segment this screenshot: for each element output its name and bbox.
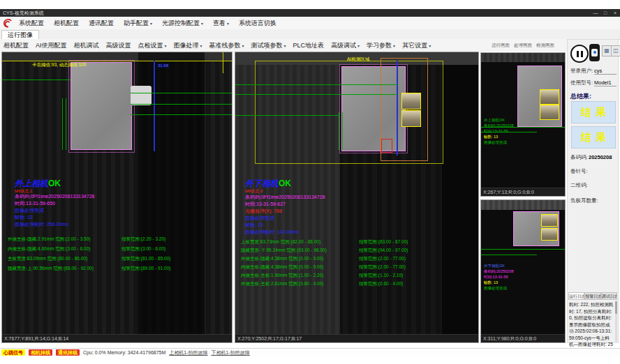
- tab-highlight-box: [540, 89, 559, 105]
- menu-item-camera-config[interactable]: 相机配置: [49, 17, 84, 29]
- green-measure-line: [481, 255, 537, 255]
- tool-advanced-settings[interactable]: 高级设置: [103, 39, 135, 52]
- pause-button[interactable]: [570, 45, 589, 63]
- top-thumbnail-viewport[interactable]: 外上相机OK 条码码:20250208 时间:13-31-59 帧数: 13 图…: [481, 53, 565, 190]
- blue-measure-label: 31.68: [157, 63, 169, 68]
- center-coord-readout: X:270;Y:2502;R:17;G:17;B:17: [235, 334, 478, 342]
- center-elapsed: 图像处理耗时: 143.00ms: [245, 229, 299, 236]
- green-measure-line: [131, 114, 232, 115]
- log-tab-run[interactable]: 运行日志: [568, 292, 584, 300]
- green-measure-line: [66, 98, 66, 150]
- qr-code-label: 二维码:: [570, 182, 588, 189]
- tab-highlight-box: [541, 228, 558, 241]
- app-logo-icon: [0, 17, 14, 29]
- tool-plc-address-table[interactable]: PLC地址表: [290, 39, 328, 52]
- chevron-down-icon: ▾: [242, 44, 244, 48]
- top-fixture-band: [481, 53, 565, 62]
- login-user-value[interactable]: cys: [594, 68, 617, 75]
- chevron-down-icon: ▾: [357, 44, 360, 48]
- control-panel: ▦ ◫ 登录用户: cys 使用型号: Model1 总结果: 结果 结果 条码…: [567, 39, 619, 343]
- tab-run-image[interactable]: 运行图像: [1, 30, 39, 40]
- grid-view-button[interactable]: ▦: [602, 45, 612, 56]
- measure-row: 内侧主板-隐藏:4.38mm 范围:(0.00 - 9.00) 报警范围:(2.…: [241, 264, 478, 271]
- view-tab-run[interactable]: 运行画面: [492, 43, 510, 49]
- ai-roi-label: AI检测区域: [347, 56, 369, 63]
- bottom-thumbnail-panel: 外下相机OK 条码码:20250208 时间:13-31-59 帧数: 13 图…: [480, 199, 566, 343]
- menu-item-language-switch[interactable]: 系统语言切换: [234, 17, 281, 29]
- measure-row: 隐藏宽度-上:90.56mm 范围:(88.00 - 92.00) 报警范围:(…: [8, 266, 232, 273]
- green-measure-line: [342, 112, 343, 150]
- left-camera-viewport[interactable]: 31.68 卡齿阈值:93, 动态阈值:100 外上相机OK M6状态:1 条码…: [2, 52, 232, 336]
- chevron-down-icon: ▾: [165, 44, 167, 48]
- menu-item-assistant-config[interactable]: 助手配置▾: [119, 17, 157, 29]
- tool-spot-check[interactable]: 点检设置▾: [135, 39, 170, 52]
- pause-icon: [577, 51, 579, 57]
- result-display-1: 结果: [571, 101, 616, 123]
- measure-row: 内侧主板-主板:1.90mm 范围:(1.00 - 2.20) 报警范围:(1.…: [241, 273, 478, 280]
- save-image-button[interactable]: ◫: [611, 45, 620, 56]
- chevron-down-icon: ▾: [200, 44, 202, 48]
- dark-region: [442, 65, 478, 336]
- threshold-label: 卡齿阈值:93, 动态阈值:100: [32, 62, 86, 68]
- tool-advanced-debug[interactable]: 高级调试▾: [327, 39, 363, 52]
- total-result-label: 总结果:: [570, 92, 591, 101]
- bottom-thumbnail-viewport[interactable]: 外下相机OK 条码码:20250208 时间:13-31-59 帧数: 13 图…: [481, 200, 565, 336]
- tool-learning-params[interactable]: 学习参数▾: [363, 39, 399, 52]
- center-barcode: 条码码:0Ff1ime20250208133134728: [245, 194, 325, 201]
- lower-camera-fault[interactable]: 下相机1-拍照故障: [212, 349, 250, 356]
- menu-item-light-control[interactable]: 光源控制配置▾: [157, 17, 208, 29]
- menu-item-view[interactable]: 查看▾: [208, 17, 234, 29]
- thumb-result-line: 外下相机OK: [484, 263, 505, 268]
- measure-row: 隐藏宽度-下:95.24mm 范围:(93.00 - 98.00) 报警范围:(…: [241, 248, 478, 255]
- view-tab-process[interactable]: 处理画面: [514, 43, 532, 49]
- comm-offline-badge: 通讯掉线: [56, 349, 80, 356]
- center-camera-viewport[interactable]: AI检测区域 外下相机OK M6状态:0 条码码:0Ff1ime20250208…: [235, 52, 478, 336]
- tool-ai-usage-config[interactable]: AI使用配置: [32, 39, 71, 52]
- log-scrollbar[interactable]: [615, 301, 617, 342]
- thumb-result-line: 时间:13-31-59: [484, 128, 508, 134]
- red-roi-rect: [381, 139, 392, 153]
- tool-image-processing[interactable]: 图像处理▾: [170, 39, 206, 52]
- tool-camera-debug[interactable]: 相机调试: [71, 39, 103, 52]
- log-tab-alarm[interactable]: 报警日志: [584, 292, 600, 300]
- reel-number-label: 卷针号:: [570, 168, 588, 175]
- yellow-vertical-line: [223, 52, 223, 73]
- camera-icon: [591, 49, 598, 56]
- green-measure-line: [131, 93, 232, 93]
- center-encoder-info: 光栅脉冲(X): 766: [245, 208, 282, 215]
- tool-other-settings[interactable]: 其它设置▾: [399, 39, 434, 52]
- left-process-done: 图像处理完成: [15, 207, 44, 214]
- measure-row: 主板宽度:83.05mm 范围:(80.00 - 86.00) 报警范围:(81…: [8, 256, 232, 263]
- top-thumbnail-panel: 外上相机OK 条码码:20250208 时间:13-31-59 帧数: 13 图…: [480, 52, 566, 197]
- tab-highlight-box: [541, 214, 558, 227]
- view-tab-detect[interactable]: 检测画面: [536, 43, 554, 49]
- thumb-result-line: 条码码:20250208: [484, 123, 514, 128]
- minimize-button[interactable]: —: [591, 9, 600, 17]
- model-select[interactable]: Model1: [594, 79, 617, 86]
- upper-camera-fault[interactable]: 上相机1-拍照故障: [169, 349, 207, 356]
- close-button[interactable]: ×: [610, 9, 620, 17]
- scrollbar-thumb[interactable]: [615, 301, 617, 314]
- tool-camera-config[interactable]: 相机配置: [0, 39, 32, 52]
- thumb-view-tabs: 运行画面 处理画面 检测画面: [480, 39, 566, 52]
- maximize-button[interactable]: □: [600, 9, 610, 17]
- tool-test-params[interactable]: 测试项参数▾: [248, 39, 290, 52]
- tab-highlight-box: [401, 110, 421, 127]
- thumb-result-line: 时间:13-31-59: [484, 274, 508, 280]
- capture-button[interactable]: [589, 44, 600, 61]
- green-measure-line: [339, 112, 339, 150]
- top-thumb-coord-readout: X:267;Y:13;R:0;G:0;B:0: [481, 188, 565, 196]
- green-measure-line: [235, 115, 340, 116]
- log-tab-debug[interactable]: 调试日志: [601, 292, 617, 300]
- tab-highlight-box: [540, 105, 559, 120]
- connector-part: [131, 86, 152, 105]
- thumb-result-line: 图像处理完成: [484, 285, 507, 291]
- center-frame-count: 帧数: 13: [245, 222, 263, 229]
- green-measure-line: [2, 79, 71, 80]
- menu-item-comm-config[interactable]: 通讯配置: [84, 17, 119, 29]
- menu-item-system-config[interactable]: 系统配置: [14, 17, 49, 29]
- chevron-down-icon: ▾: [393, 44, 395, 48]
- heartbeat-badge: 心跳信号: [1, 349, 25, 356]
- tool-baseline-params[interactable]: 基准线参数▾: [206, 39, 248, 52]
- menu-bar: 系统配置 相机配置 通讯配置 助手配置▾ 光源控制配置▾ 查看▾ 系统语言切换: [0, 17, 620, 30]
